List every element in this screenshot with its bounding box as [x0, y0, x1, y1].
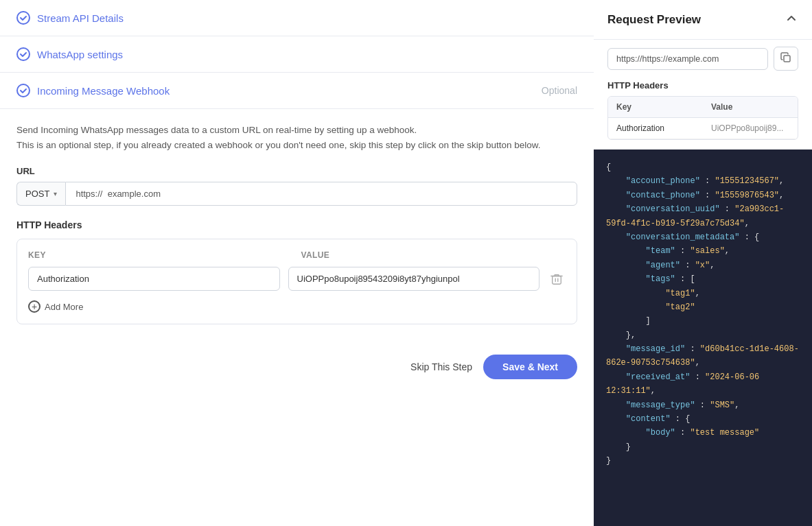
footer-actions: Skip This Step Save & Next [0, 341, 594, 393]
right-panel: Request Preview HTTP Headers Key Value A… [594, 0, 812, 526]
request-preview-header: Request Preview [594, 0, 812, 40]
url-label: URL [16, 166, 577, 176]
whatsapp-header: WhatsApp settings [16, 47, 577, 61]
rp-table-header: Key Value [608, 97, 798, 118]
header-row-1 [28, 267, 566, 291]
rp-value-cell: UiOPPpo8upoij89... [703, 118, 798, 139]
svg-rect-1 [784, 56, 790, 62]
key-column-label: Key [28, 250, 293, 260]
rp-key-cell: Authorization [608, 118, 703, 139]
method-select[interactable]: POST ▾ [16, 182, 65, 206]
webhook-header: Incoming Message Webhook Optional [16, 84, 577, 97]
add-more-label: Add More [45, 302, 83, 312]
plus-circle-icon: + [28, 300, 40, 313]
webhook-title: Incoming Message Webhook [37, 85, 170, 97]
rp-http-headers: HTTP Headers Key Value Authorization UiO… [594, 80, 812, 150]
stream-api-check-icon [16, 11, 30, 25]
url-row: POST ▾ [16, 182, 577, 206]
webhook-description: Send Incoming WhatsApp messages data to … [16, 123, 577, 152]
main-panel: Stream API Details WhatsApp settings Inc… [0, 0, 594, 526]
url-input[interactable] [65, 182, 577, 206]
method-chevron-icon: ▾ [54, 190, 57, 198]
value-column-label: Value [301, 250, 566, 260]
whatsapp-title: WhatsApp settings [37, 49, 123, 60]
request-url-bar [594, 40, 812, 80]
header-key-input[interactable] [28, 267, 280, 291]
request-url-input[interactable] [607, 48, 768, 70]
stream-api-header: Stream API Details [16, 11, 577, 25]
header-value-input[interactable] [288, 267, 540, 291]
webhook-optional-badge: Optional [542, 85, 577, 96]
headers-box: Key Value + Add More [16, 239, 577, 324]
whatsapp-check-icon [16, 47, 30, 61]
stream-api-section: Stream API Details [0, 0, 594, 36]
http-headers-label: HTTP Headers [16, 219, 577, 230]
whatsapp-section: WhatsApp settings [0, 36, 594, 73]
rp-value-col-header: Value [703, 97, 798, 117]
json-code-preview: { "account_phone" : "15551234567", "cont… [594, 150, 812, 526]
stream-api-title: Stream API Details [37, 12, 124, 24]
rp-headers-table: Key Value Authorization UiOPPpo8upoij89.… [607, 96, 798, 140]
copy-url-button[interactable] [774, 47, 798, 71]
table-row: Authorization UiOPPpo8upoij89... [608, 118, 798, 139]
request-preview-title: Request Preview [607, 13, 701, 27]
rp-http-headers-label: HTTP Headers [607, 80, 798, 91]
rp-key-col-header: Key [608, 97, 703, 117]
delete-header-button[interactable] [548, 270, 566, 288]
collapse-button[interactable] [785, 11, 798, 28]
webhook-body: Send Incoming WhatsApp messages data to … [0, 109, 594, 341]
headers-columns: Key Value [28, 250, 566, 260]
skip-button[interactable]: Skip This Step [410, 361, 472, 372]
method-label: POST [25, 189, 49, 199]
webhook-check-icon [16, 84, 30, 97]
svg-rect-0 [553, 276, 561, 284]
webhook-header-row: Incoming Message Webhook Optional [0, 73, 594, 109]
save-next-button[interactable]: Save & Next [483, 355, 577, 379]
add-more-button[interactable]: + Add More [28, 300, 83, 313]
webhook-section: Incoming Message Webhook Optional Send I… [0, 73, 594, 393]
